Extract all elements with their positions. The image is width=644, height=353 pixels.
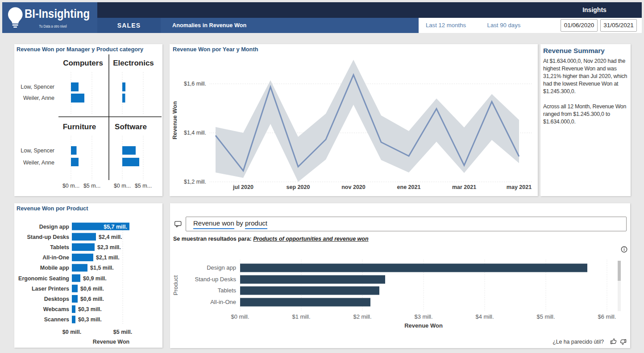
svg-text:$5 m...: $5 m...	[135, 183, 152, 189]
svg-text:$0 mill.: $0 mill.	[62, 329, 81, 335]
svg-text:All-in-One: All-in-One	[42, 254, 69, 261]
svg-text:BI-Insighting: BI-Insighting	[25, 7, 90, 21]
svg-text:$0,3 mill.: $0,3 mill.	[78, 306, 102, 312]
svg-text:Design app: Design app	[39, 224, 70, 230]
svg-text:Revenue Won: Revenue Won	[93, 339, 129, 345]
svg-text:Tablets: Tablets	[218, 287, 237, 294]
svg-text:$5 m...: $5 m...	[83, 183, 100, 189]
svg-text:Laser Printers: Laser Printers	[32, 286, 69, 292]
svg-text:Low, Spencer: Low, Spencer	[21, 84, 54, 90]
svg-text:$2,4 mill.: $2,4 mill.	[99, 234, 122, 240]
svg-text:All-in-One: All-in-One	[210, 299, 236, 305]
svg-text:$5 mill.: $5 mill.	[113, 329, 132, 335]
svg-text:$0 m...: $0 m...	[114, 183, 131, 189]
svg-text:nov 2020: nov 2020	[341, 184, 366, 190]
svg-text:ene 2021: ene 2021	[397, 184, 421, 190]
svg-text:Computers: Computers	[63, 59, 103, 67]
svg-text:$2,3 mill.: $2,3 mill.	[97, 244, 121, 250]
svg-text:Scanners: Scanners	[44, 316, 69, 323]
svg-text:$2,1 mill.: $2,1 mill.	[96, 254, 120, 261]
svg-text:$0,6 mill.: $0,6 mill.	[80, 296, 104, 302]
svg-text:Ergonomic Seating: Ergonomic Seating	[18, 275, 69, 282]
svg-text:sep 2020: sep 2020	[287, 184, 310, 190]
svg-text:may 2021: may 2021	[507, 184, 532, 190]
svg-text:Desktops: Desktops	[44, 296, 69, 302]
svg-text:Revenue Won: Revenue Won	[171, 101, 178, 140]
svg-text:Weiler, Anne: Weiler, Anne	[23, 95, 54, 101]
svg-text:Stand-up Desks: Stand-up Desks	[195, 276, 237, 283]
svg-text:Tu Data a otro nivel: Tu Data a otro nivel	[39, 24, 67, 29]
svg-text:Revenue Won: Revenue Won	[404, 322, 443, 329]
svg-text:Weiler, Anne: Weiler, Anne	[23, 160, 54, 166]
svg-text:$0,6 mill.: $0,6 mill.	[80, 286, 104, 292]
svg-text:$0 m...: $0 m...	[62, 183, 79, 189]
svg-text:Electronics: Electronics	[113, 59, 154, 67]
svg-text:$3 mill.: $3 mill.	[414, 313, 432, 320]
svg-text:$6 mill.: $6 mill.	[598, 313, 616, 320]
svg-text:$2 mill.: $2 mill.	[353, 313, 371, 320]
svg-text:$1,6 mill.: $1,6 mill.	[184, 81, 206, 87]
svg-text:$0 mill.: $0 mill.	[231, 313, 249, 320]
svg-text:Software: Software	[115, 123, 147, 131]
svg-text:Furniture: Furniture	[63, 123, 96, 131]
svg-text:$0,3 mill.: $0,3 mill.	[78, 316, 102, 323]
svg-text:$1,5 mill.: $1,5 mill.	[90, 265, 114, 271]
svg-text:Tablets: Tablets	[50, 244, 69, 250]
svg-text:mar 2021: mar 2021	[452, 184, 476, 190]
svg-text:$5,7 mill.: $5,7 mill.	[104, 224, 127, 230]
svg-text:Low, Spencer: Low, Spencer	[21, 148, 54, 154]
svg-text:$4 mill.: $4 mill.	[475, 313, 494, 320]
svg-text:$5 mill.: $5 mill.	[536, 313, 555, 320]
svg-text:Product: Product	[172, 275, 179, 295]
svg-text:$1,2 mill.: $1,2 mill.	[184, 179, 206, 185]
svg-text:$1 mill.: $1 mill.	[292, 313, 310, 320]
svg-text:Stand-up Desks: Stand-up Desks	[27, 234, 70, 240]
svg-text:$0,9 mill.: $0,9 mill.	[83, 275, 107, 282]
svg-text:$1,4 mill.: $1,4 mill.	[184, 130, 206, 136]
svg-text:Mobile app: Mobile app	[40, 265, 70, 271]
svg-text:Webcams: Webcams	[43, 306, 69, 312]
svg-text:Design app: Design app	[207, 264, 236, 271]
svg-text:jul 2020: jul 2020	[233, 184, 253, 190]
